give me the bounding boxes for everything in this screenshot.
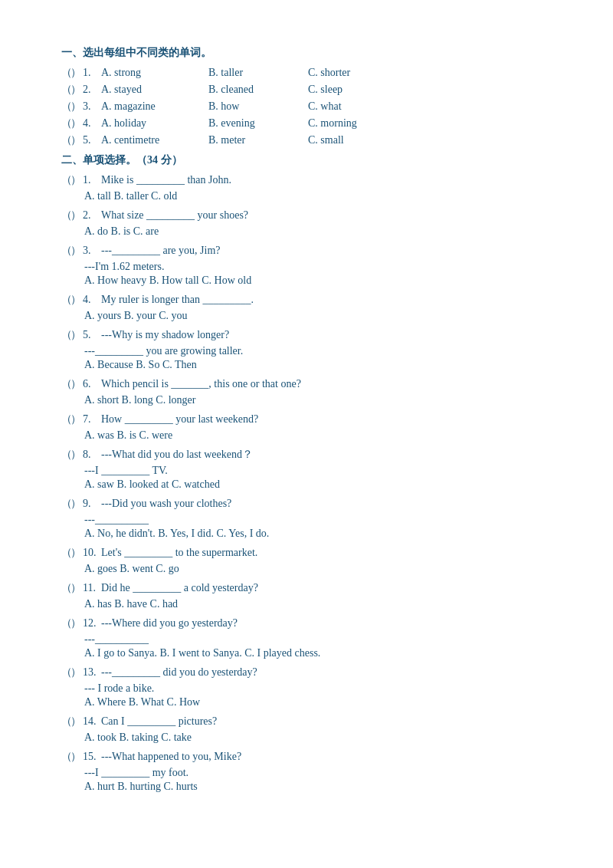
question-stem: ---What did you do last weekend？: [101, 448, 253, 462]
question-stem-row: （）11.Did he _________ a cold yesterday?: [61, 581, 552, 595]
question-stem-row: （）13.---_________ did you do yesterday?: [61, 666, 552, 679]
right-paren: ）: [70, 413, 80, 426]
option-c: C. morning: [308, 117, 357, 130]
question-stem-row: （）2.What size _________ your shoes?: [61, 209, 552, 222]
left-paren: （: [61, 377, 69, 391]
option-a: A. stayed: [101, 84, 208, 96]
right-paren: ）: [70, 750, 80, 764]
left-paren: （: [61, 293, 69, 307]
left-paren: （: [61, 209, 69, 222]
question-stem: What size _________ your shoes?: [101, 209, 248, 222]
question-stem-row: （）6.Which pencil is _______, this one or…: [61, 377, 552, 391]
question-stem-row: （）8.---What did you do last weekend？: [61, 448, 552, 462]
right-paren: ）: [70, 133, 80, 147]
list-item: （）12.---Where did you go yesterday?---__…: [61, 616, 552, 659]
option-b: B. cleaned: [208, 84, 308, 96]
table-row: （）2.A. stayedB. cleanedC. sleep: [61, 83, 552, 97]
list-item: （）14.Can I _________ pictures?A. took B.…: [61, 715, 552, 744]
left-paren: （: [61, 117, 69, 130]
list-item: （）13.---_________ did you do yesterday?-…: [61, 666, 552, 709]
right-paren: ）: [70, 100, 80, 113]
right-paren: ）: [70, 616, 80, 630]
section2-questions: （）1.Mike is _________ than John.A. tall …: [61, 173, 552, 793]
question-number: 6.: [83, 378, 100, 390]
answer-options: A. goes B. went C. go: [84, 563, 552, 575]
question-number: 2.: [83, 84, 100, 96]
table-row: （）3.A. magazineB. howC. what: [61, 100, 552, 113]
question-stem-row: （）9.---Did you wash your clothes?: [61, 497, 552, 511]
right-paren: ）: [70, 497, 80, 511]
answer-options: A. took B. taking C. take: [84, 732, 552, 744]
question-stem-row: （）4.My ruler is longer than _________.: [61, 293, 552, 307]
option-b: B. how: [208, 100, 308, 113]
left-paren: （: [61, 244, 69, 258]
option-c: C. sleep: [308, 84, 343, 96]
sub-line: ---__________: [84, 514, 552, 526]
list-item: （）5.---Why is my shadow longer?---______…: [61, 328, 552, 371]
question-stem: ---_________ did you do yesterday?: [101, 666, 257, 679]
right-paren: ）: [70, 66, 80, 80]
option-c: C. shorter: [308, 67, 350, 79]
list-item: （）3.---_________ are you, Jim?---I'm 1.6…: [61, 244, 552, 287]
question-stem: ---_________ are you, Jim?: [101, 245, 221, 257]
left-paren: （: [61, 83, 69, 97]
left-paren: （: [61, 413, 69, 426]
question-stem: ---Why is my shadow longer?: [101, 329, 229, 341]
left-paren: （: [61, 133, 69, 147]
left-paren: （: [61, 497, 69, 511]
question-stem: My ruler is longer than _________.: [101, 294, 254, 306]
right-paren: ）: [70, 448, 80, 462]
right-paren: ）: [70, 666, 80, 679]
option-a: A. strong: [101, 67, 208, 79]
option-c: C. small: [308, 134, 344, 146]
left-paren: （: [61, 173, 69, 187]
question-number: 1.: [83, 174, 100, 186]
question-number: 7.: [83, 413, 100, 426]
question-number: 5.: [83, 134, 100, 146]
right-paren: ）: [70, 83, 80, 97]
list-item: （）4.My ruler is longer than _________.A.…: [61, 293, 552, 322]
right-paren: ）: [70, 173, 80, 187]
question-stem: How _________ your last weekend?: [101, 413, 258, 426]
left-paren: （: [61, 546, 69, 560]
left-paren: （: [61, 448, 69, 462]
question-stem: Which pencil is _______, this one or tha…: [101, 378, 301, 390]
left-paren: （: [61, 666, 69, 679]
sub-line: ---_________ you are growing taller.: [84, 345, 552, 357]
list-item: （）2.What size _________ your shoes?A. do…: [61, 209, 552, 238]
right-paren: ）: [70, 328, 80, 342]
question-number: 11.: [83, 582, 100, 594]
right-paren: ）: [70, 293, 80, 307]
question-stem-row: （）1.Mike is _________ than John.: [61, 173, 552, 187]
question-stem: ---Did you wash your clothes?: [101, 498, 231, 510]
answer-options: A. I go to Sanya. B. I went to Sanya. C.…: [84, 647, 552, 659]
left-paren: （: [61, 750, 69, 764]
table-row: （）1.A. strongB. tallerC. shorter: [61, 66, 552, 80]
sub-line: --- I rode a bike.: [84, 682, 552, 695]
answer-options: A. saw B. looked at C. watched: [84, 478, 552, 491]
question-stem-row: （）10.Let's _________ to the supermarket.: [61, 546, 552, 560]
sub-line: ---I'm 1.62 meters.: [84, 261, 552, 273]
sub-line: ---__________: [84, 633, 552, 646]
option-c: C. what: [308, 100, 342, 113]
question-number: 15.: [83, 751, 100, 763]
list-item: （）8.---What did you do last weekend？---I…: [61, 448, 552, 491]
right-paren: ）: [70, 244, 80, 258]
question-stem: ---Where did you go yesterday?: [101, 617, 238, 630]
question-stem-row: （）14.Can I _________ pictures?: [61, 715, 552, 728]
question-number: 5.: [83, 329, 100, 341]
question-number: 4.: [83, 117, 100, 130]
answer-options: A. do B. is C. are: [84, 225, 552, 238]
right-paren: ）: [70, 581, 80, 595]
question-stem-row: （）12.---Where did you go yesterday?: [61, 616, 552, 630]
right-paren: ）: [70, 377, 80, 391]
list-item: （）11.Did he _________ a cold yesterday?A…: [61, 581, 552, 610]
question-number: 3.: [83, 245, 100, 257]
option-a: A. holiday: [101, 117, 208, 130]
question-number: 1.: [83, 67, 100, 79]
question-number: 4.: [83, 294, 100, 306]
table-row: （）5.A. centimetreB. meterC. small: [61, 133, 552, 147]
question-number: 8.: [83, 449, 100, 461]
question-number: 10.: [83, 547, 100, 559]
list-item: （）7.How _________ your last weekend?A. w…: [61, 413, 552, 442]
